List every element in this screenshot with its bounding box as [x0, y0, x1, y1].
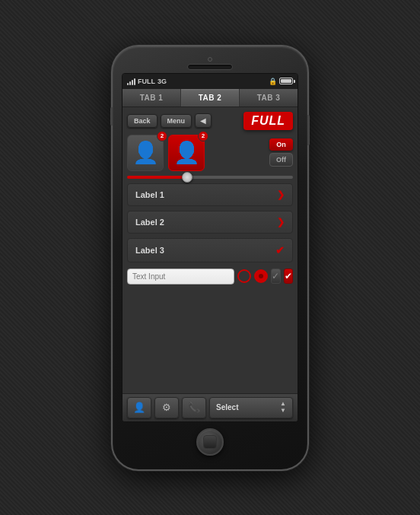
home-button-area [196, 425, 224, 459]
text-input[interactable] [127, 269, 234, 285]
tab-2[interactable]: TAB 2 [181, 89, 240, 106]
list-item-3[interactable]: Label 3 ✔ [127, 238, 293, 262]
full-badge: FULL [243, 112, 293, 130]
nav-arrow-button[interactable]: ◀ [195, 113, 212, 128]
menu-button[interactable]: Menu [161, 114, 192, 128]
tab-1[interactable]: TAB 1 [123, 89, 181, 106]
select-button[interactable]: Select ▲ ▼ [209, 397, 293, 418]
lock-icon: 🔒 [269, 78, 277, 85]
avatar-2-container: 👤 2 [168, 135, 205, 171]
avatar-2-badge: 2 [198, 131, 208, 141]
phone-top [117, 54, 303, 73]
volume-button[interactable] [110, 107, 113, 126]
battery-icon [279, 78, 293, 84]
toggle-off-button[interactable]: Off [269, 153, 293, 167]
avatar-1-container: 👤 2 [127, 135, 164, 171]
back-button[interactable]: Back [127, 114, 158, 128]
toggle-on-button[interactable]: On [269, 138, 293, 151]
phone-screen: FULL 3G 🔒 TAB 1 TAB 2 TAB 3 Back Menu ◀ [122, 73, 298, 422]
chevron-up-icon: ▲ [280, 401, 286, 407]
avatars-row: 👤 2 👤 2 On Off [127, 135, 293, 171]
battery-fill [281, 79, 291, 83]
status-right: 🔒 [269, 78, 293, 85]
input-row: ✓ ✔ [127, 269, 293, 285]
toggle-group: On Off [269, 138, 293, 167]
list-item-2-arrow: ❯ [277, 217, 285, 227]
signal-bar-2 [129, 81, 131, 85]
toolbar-phone-button[interactable]: 📞 [182, 397, 206, 418]
tabs-bar: TAB 1 TAB 2 TAB 3 [123, 89, 298, 107]
list-item-1[interactable]: Label 1 ❯ [127, 183, 293, 206]
list-item-3-check: ✔ [275, 244, 285, 256]
checkbox-checked[interactable]: ✔ [284, 269, 294, 284]
avatar-1-badge: 2 [157, 131, 167, 141]
toolbar-person-button[interactable]: 👤 [127, 397, 151, 418]
slider-track[interactable] [127, 176, 293, 179]
phone-device: FULL 3G 🔒 TAB 1 TAB 2 TAB 3 Back Menu ◀ [111, 45, 309, 471]
list-item-1-label: Label 1 [135, 190, 164, 199]
select-arrows: ▲ ▼ [280, 401, 286, 414]
status-left: FULL 3G [127, 78, 167, 85]
signal-text: FULL [138, 78, 155, 85]
signal-bars [127, 78, 135, 85]
earpiece-speaker [187, 64, 233, 70]
person-icon: 👤 [133, 402, 145, 413]
phone-icon: 📞 [188, 402, 200, 413]
toolbar-settings-button[interactable]: ⚙ [154, 397, 179, 418]
signal-bar-1 [127, 83, 129, 85]
list-item-2-label: Label 2 [135, 218, 164, 227]
home-button-inner [203, 435, 217, 449]
list-item-3-label: Label 3 [135, 246, 164, 255]
radio-filled[interactable] [254, 269, 268, 283]
list-item-1-arrow: ❯ [277, 189, 285, 200]
slider-row [127, 174, 293, 180]
list-item-2[interactable]: Label 2 ❯ [127, 211, 293, 234]
signal-bar-4 [134, 78, 135, 85]
tab-3[interactable]: TAB 3 [240, 89, 298, 106]
nav-row: Back Menu ◀ FULL [127, 112, 293, 130]
gear-icon: ⚙ [162, 402, 171, 413]
radio-empty[interactable] [237, 269, 251, 283]
slider-thumb[interactable] [182, 172, 192, 183]
content-area: Back Menu ◀ FULL 👤 2 👤 2 [123, 107, 298, 393]
home-button[interactable] [196, 428, 224, 456]
checkbox-unchecked[interactable]: ✓ [271, 269, 281, 284]
front-camera [208, 57, 212, 62]
power-button[interactable] [307, 115, 310, 145]
network-type: 3G [158, 78, 167, 85]
chevron-down-icon: ▼ [280, 408, 286, 414]
person-icon-1: 👤 [132, 140, 159, 165]
person-icon-2: 👤 [173, 140, 200, 165]
status-bar: FULL 3G 🔒 [123, 74, 298, 89]
bottom-toolbar: 👤 ⚙ 📞 Select ▲ ▼ [123, 393, 298, 421]
signal-bar-3 [132, 80, 133, 85]
select-label: Select [216, 403, 238, 412]
